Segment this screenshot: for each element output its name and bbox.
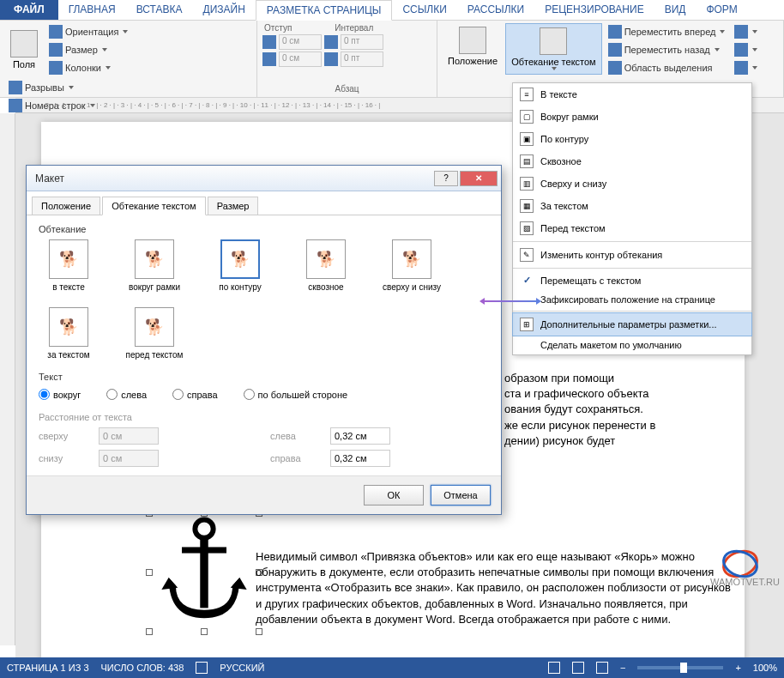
- ok-button[interactable]: ОК: [364, 485, 424, 505]
- wrap-opt-infront[interactable]: 🐕перед текстом: [124, 307, 184, 360]
- layout-dialog: Макет ? ✕ Положение Обтекание текстом Ра…: [26, 165, 502, 515]
- radio-right[interactable]: справа: [172, 389, 218, 400]
- radio-around[interactable]: вокруг: [39, 389, 81, 400]
- selection-pane-button[interactable]: Область выделения: [605, 59, 729, 76]
- view-print-icon[interactable]: [572, 662, 584, 674]
- tab-review[interactable]: РЕЦЕНЗИРОВАНИЕ: [534, 0, 654, 20]
- radio-left[interactable]: слева: [106, 389, 147, 400]
- bring-forward-icon: [608, 25, 622, 39]
- edit-wrap-icon: ✎: [520, 248, 534, 262]
- margins-button[interactable]: Поля: [5, 27, 43, 73]
- dd-set-default[interactable]: Сделать макетом по умолчанию: [513, 336, 751, 354]
- group-button[interactable]: [731, 41, 761, 58]
- wrap-opt-tight[interactable]: 🐕по контуру: [210, 239, 270, 292]
- tab-page-layout[interactable]: РАЗМЕТКА СТРАНИЦЫ: [256, 0, 393, 21]
- send-backward-button[interactable]: Переместить назад: [605, 41, 729, 58]
- spacing-before-spinner[interactable]: 0 пт: [341, 34, 383, 50]
- spacing-before-icon: [324, 35, 338, 49]
- status-words[interactable]: ЧИСЛО СЛОВ: 438: [101, 663, 184, 673]
- spacing-after-spinner[interactable]: 0 пт: [341, 51, 383, 67]
- dd-tight[interactable]: ▣По контуру: [513, 128, 751, 150]
- square-icon: ▢: [520, 110, 534, 124]
- wrap-opt-through[interactable]: 🐕сквозное: [296, 239, 356, 292]
- status-page[interactable]: СТРАНИЦА 1 ИЗ 3: [7, 663, 89, 673]
- wamotvet-text: WAMOTVET.RU: [710, 577, 780, 587]
- wrap-opt-inline[interactable]: 🐕в тексте: [39, 239, 99, 292]
- dd-inline[interactable]: ≡В тексте: [513, 83, 751, 106]
- wrap-opt-square[interactable]: 🐕вокруг рамки: [124, 239, 184, 292]
- position-button[interactable]: Положение: [443, 23, 503, 70]
- ruler-vertical[interactable]: [0, 113, 15, 645]
- wrap-section-label: Обтекание: [39, 224, 489, 234]
- bring-forward-button[interactable]: Переместить вперед: [605, 23, 729, 40]
- columns-button[interactable]: Колонки: [45, 59, 131, 76]
- dialog-titlebar[interactable]: Макет ? ✕: [27, 166, 501, 191]
- tab-format[interactable]: ФОРМ: [696, 0, 747, 20]
- status-proof-icon[interactable]: [196, 662, 208, 674]
- dialog-tabs: Положение Обтекание текстом Размер: [27, 191, 501, 215]
- tab-home[interactable]: ГЛАВНАЯ: [58, 0, 126, 20]
- dd-square[interactable]: ▢Вокруг рамки: [513, 106, 751, 128]
- text-block-2: Невидимый символ «Привязка объектов» или…: [256, 549, 736, 627]
- dd-edit-wrap[interactable]: ✎Изменить контур обтекания: [513, 244, 751, 266]
- dist-top-input[interactable]: [99, 427, 159, 445]
- radio-largest[interactable]: по большей стороне: [244, 389, 348, 400]
- wrap-text-button[interactable]: Обтекание текстом: [505, 23, 602, 75]
- send-backward-icon: [608, 43, 622, 57]
- zoom-out[interactable]: −: [620, 663, 625, 673]
- indent-left-spinner[interactable]: 0 см: [279, 34, 322, 50]
- cancel-button[interactable]: Отмена: [431, 485, 491, 505]
- wrap-opt-behind[interactable]: 🐕за текстом: [39, 307, 99, 360]
- tab-view[interactable]: ВИД: [654, 0, 697, 20]
- status-lang[interactable]: РУССКИЙ: [220, 663, 264, 673]
- tight-icon: ▣: [520, 132, 534, 146]
- dialog-close-button[interactable]: ✕: [460, 171, 498, 186]
- dialog-title: Макет: [35, 173, 64, 185]
- dlg-tab-wrap[interactable]: Обтекание текстом: [102, 197, 206, 215]
- dd-topbottom[interactable]: ▥Сверху и снизу: [513, 173, 751, 195]
- svg-point-6: [720, 547, 760, 581]
- indent-left-icon: [262, 35, 276, 49]
- dist-right-input[interactable]: [330, 450, 390, 467]
- align-icon: [734, 25, 748, 39]
- dlg-tab-size[interactable]: Размер: [208, 197, 259, 215]
- dialog-help-button[interactable]: ?: [434, 171, 458, 186]
- dist-left-label: слева: [270, 431, 322, 441]
- zoom-value[interactable]: 100%: [753, 663, 777, 673]
- indent-right-spinner[interactable]: 0 см: [279, 51, 322, 67]
- wrap-text-dropdown: ≡В тексте ▢Вокруг рамки ▣По контуру ▤Скв…: [512, 82, 752, 355]
- tab-design[interactable]: ДИЗАЙН: [193, 0, 256, 20]
- dd-move-with-text[interactable]: ✓Перемещать с текстом: [513, 270, 751, 290]
- menubar: ФАЙЛ ГЛАВНАЯ ВСТАВКА ДИЗАЙН РАЗМЕТКА СТР…: [0, 0, 784, 21]
- orientation-button[interactable]: Ориентация: [45, 23, 131, 40]
- view-read-icon[interactable]: [548, 662, 560, 674]
- selection-pane-icon: [608, 61, 622, 75]
- tab-mailings[interactable]: РАССЫЛКИ: [457, 0, 534, 20]
- dd-through[interactable]: ▤Сквозное: [513, 150, 751, 173]
- dist-top-label: сверху: [39, 431, 90, 441]
- dd-behind[interactable]: ▦За текстом: [513, 195, 751, 217]
- dist-bottom-input[interactable]: [99, 450, 159, 467]
- spacing-after-icon: [324, 52, 338, 66]
- dist-left-input[interactable]: [330, 427, 390, 445]
- dd-infront[interactable]: ▧Перед текстом: [513, 217, 751, 239]
- zoom-in[interactable]: +: [735, 663, 740, 673]
- image-selection-handles[interactable]: [148, 512, 260, 633]
- wrap-opt-topbottom[interactable]: 🐕сверху и снизу: [382, 239, 442, 292]
- tab-references[interactable]: ССЫЛКИ: [392, 0, 456, 20]
- zoom-slider[interactable]: [637, 666, 723, 669]
- dd-fix-position[interactable]: Зафиксировать положение на странице: [513, 290, 751, 309]
- margins-label: Поля: [13, 59, 35, 70]
- dlg-tab-position[interactable]: Положение: [32, 197, 100, 215]
- wrap-text-icon: [540, 27, 567, 55]
- tab-file[interactable]: ФАЙЛ: [0, 0, 58, 20]
- align-button[interactable]: [731, 23, 761, 40]
- size-button[interactable]: Размер: [45, 41, 131, 58]
- group-icon: [734, 43, 748, 57]
- dd-more-options[interactable]: ⊞Дополнительные параметры разметки...: [512, 312, 752, 336]
- tab-insert[interactable]: ВСТАВКА: [126, 0, 193, 20]
- view-web-icon[interactable]: [596, 662, 608, 674]
- margins-icon: [10, 30, 38, 58]
- rotate-button[interactable]: [731, 59, 761, 76]
- breaks-button[interactable]: Разрывы: [5, 79, 142, 96]
